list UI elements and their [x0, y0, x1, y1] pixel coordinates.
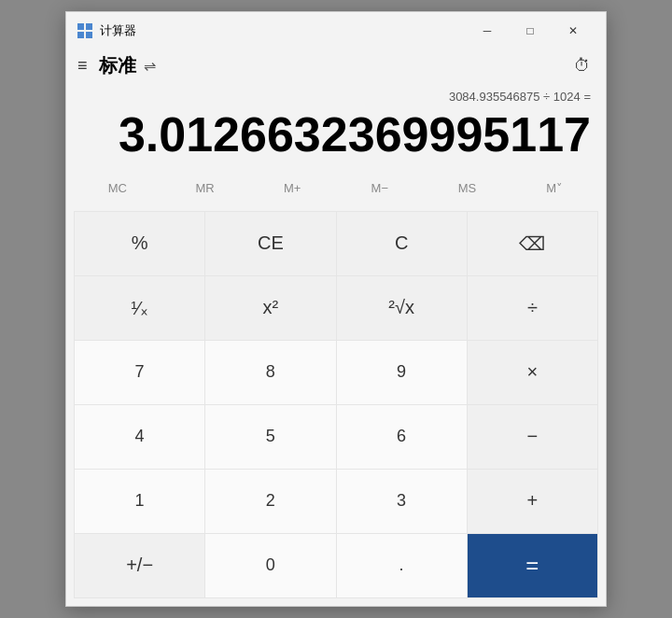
calculator-window: 计算器 ─ □ ✕ ≡ 标准 ⇌ ⏱ 3084.935546875 ÷ 1024… — [65, 11, 607, 606]
history-icon[interactable]: ⏱ — [574, 56, 591, 76]
svg-rect-0 — [77, 23, 84, 30]
calc-button-xxx[interactable]: +/− — [75, 534, 204, 597]
menu-icon[interactable]: ≡ — [77, 56, 88, 76]
calculator-header: ≡ 标准 ⇌ ⏱ — [66, 49, 606, 82]
calc-button-ce[interactable]: CE — [205, 212, 335, 275]
calc-button-4[interactable]: 4 — [75, 405, 204, 469]
calc-button-x[interactable]: ⌫ — [468, 212, 597, 275]
calc-button-xxx[interactable]: ²√x — [337, 276, 467, 340]
app-icon — [77, 23, 92, 38]
calc-button-x[interactable]: . — [337, 534, 467, 597]
calc-button-7[interactable]: 7 — [75, 341, 204, 404]
calc-button-5[interactable]: 5 — [205, 405, 335, 469]
memory-button-mr[interactable]: MR — [161, 170, 249, 207]
calc-button-x[interactable]: × — [468, 341, 597, 404]
calc-button-9[interactable]: 9 — [337, 341, 467, 404]
calc-button-c[interactable]: C — [337, 212, 467, 275]
close-button[interactable]: ✕ — [552, 16, 595, 46]
title-bar: 计算器 ─ □ ✕ — [66, 12, 606, 49]
calc-button-6[interactable]: 6 — [337, 405, 467, 469]
convert-icon[interactable]: ⇌ — [144, 57, 156, 75]
minimize-button[interactable]: ─ — [466, 16, 509, 46]
maximize-button[interactable]: □ — [509, 16, 552, 46]
calc-button-1[interactable]: 1 — [75, 470, 204, 533]
calc-button-xx[interactable]: x² — [205, 276, 335, 340]
memory-button-m[interactable]: M+ — [248, 170, 336, 207]
calc-button-x[interactable]: % — [75, 212, 204, 275]
window-controls: ─ □ ✕ — [466, 16, 595, 46]
svg-rect-1 — [86, 23, 92, 30]
expression-display: 3084.935546875 ÷ 1024 = — [81, 90, 591, 108]
memory-row: MCMRM+M−MSM˅ — [66, 166, 606, 211]
calc-button-0[interactable]: 0 — [205, 534, 335, 597]
memory-button-m[interactable]: M˅ — [511, 170, 598, 207]
display-area: 3084.935546875 ÷ 1024 = 3.01266323699951… — [66, 82, 606, 165]
window-title: 计算器 — [100, 22, 466, 39]
calc-button-x[interactable]: ÷ — [468, 276, 597, 340]
memory-button-m[interactable]: M− — [336, 170, 424, 207]
memory-button-ms[interactable]: MS — [424, 170, 511, 207]
calc-button-x[interactable]: = — [468, 534, 597, 597]
memory-button-mc[interactable]: MC — [74, 170, 161, 207]
svg-rect-2 — [77, 32, 84, 38]
buttons-grid: %CEC⌫¹∕ₓx²²√x÷789×456−123++/−0.= — [74, 211, 598, 598]
calc-button-3[interactable]: 3 — [337, 470, 467, 533]
mode-title: 标准 — [99, 53, 136, 78]
main-display: 3.0126632369995117 — [81, 108, 591, 162]
calc-button-x[interactable]: + — [468, 470, 597, 533]
calc-button-xxx[interactable]: ¹∕ₓ — [75, 276, 204, 340]
calc-button-x[interactable]: − — [468, 405, 597, 469]
calc-button-8[interactable]: 8 — [205, 341, 335, 404]
svg-rect-3 — [86, 32, 92, 38]
calc-button-2[interactable]: 2 — [205, 470, 335, 533]
